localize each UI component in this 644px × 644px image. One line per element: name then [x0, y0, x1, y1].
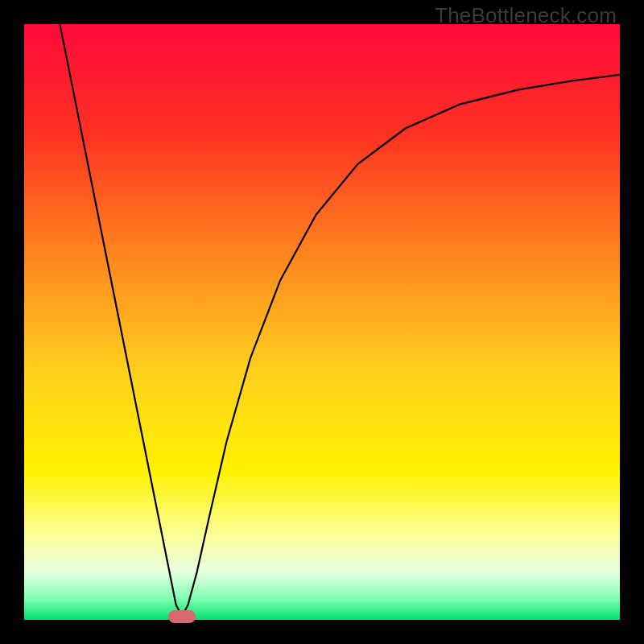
chart-frame — [24, 24, 620, 620]
chart-curve — [24, 24, 620, 620]
optimal-marker — [168, 610, 196, 623]
